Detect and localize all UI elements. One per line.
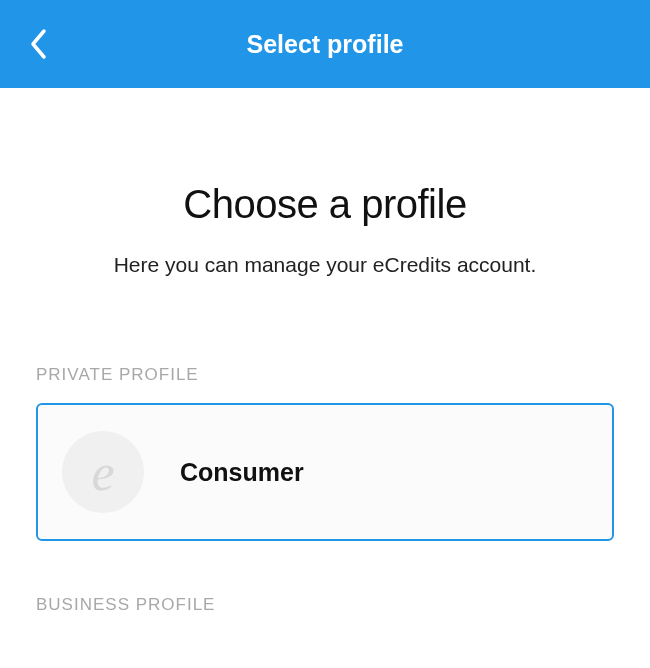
sub-heading: Here you can manage your eCredits accoun… xyxy=(36,253,614,277)
chevron-left-icon xyxy=(28,27,48,61)
private-profile-section-label: PRIVATE PROFILE xyxy=(36,365,614,385)
page-title: Select profile xyxy=(20,30,630,59)
business-profile-section-label: BUSINESS PROFILE xyxy=(36,595,614,615)
profile-name-label: Consumer xyxy=(180,458,304,487)
content-area: Choose a profile Here you can manage you… xyxy=(0,182,650,615)
main-heading: Choose a profile xyxy=(36,182,614,227)
profile-card-consumer[interactable]: e Consumer xyxy=(36,403,614,541)
back-button[interactable] xyxy=(28,27,48,61)
profile-avatar-icon: e xyxy=(62,431,144,513)
app-header: Select profile xyxy=(0,0,650,88)
